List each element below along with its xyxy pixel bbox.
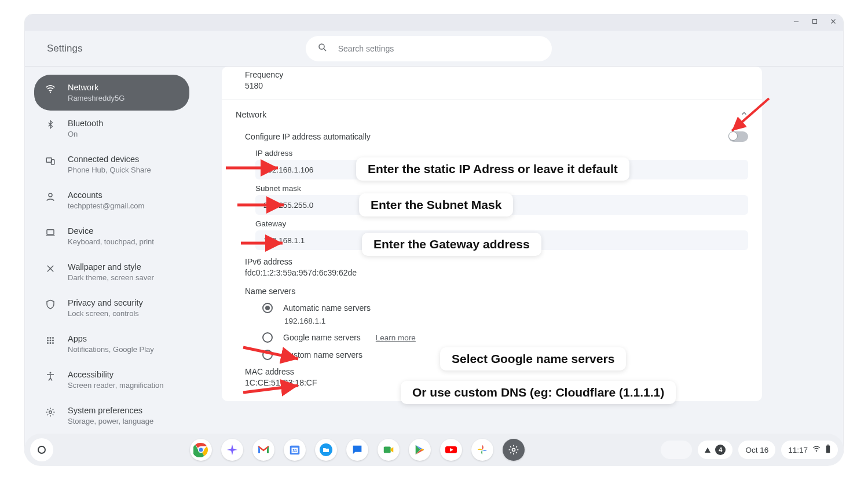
sidebar-item-accessibility[interactable]: AccessibilityScreen reader, magnificatio… — [34, 362, 189, 398]
svg-point-5 — [49, 193, 52, 197]
network-section-header[interactable]: Network — [222, 100, 762, 126]
sidebar-item-sub: techpptest@gmail.com — [68, 201, 144, 210]
sidebar-item-sub: Screen reader, magnification — [68, 381, 163, 390]
sidebar-item-sub: Rameshreddy5G — [68, 94, 124, 102]
maximize-icon[interactable] — [811, 17, 819, 28]
bluetooth-icon — [45, 119, 56, 129]
radio-icon — [262, 303, 273, 313]
sidebar-item-privacy[interactable]: Privacy and securityLock screen, control… — [34, 290, 189, 326]
date-pill[interactable]: Oct 16 — [738, 441, 775, 459]
app-settings[interactable] — [503, 439, 525, 461]
sidebar-item-sub: Notifications, Google Play — [68, 345, 154, 354]
shield-icon — [45, 298, 56, 310]
app-title: Settings — [47, 43, 82, 54]
annotation-arrow — [241, 236, 287, 256]
close-icon[interactable] — [829, 17, 837, 28]
ns-radio-google[interactable]: Google name servers Learn more — [222, 325, 762, 343]
search-icon — [317, 42, 328, 55]
annotation-arrow — [728, 98, 775, 141]
sidebar-item-sub: Lock screen, controls — [68, 309, 143, 318]
svg-rect-35 — [826, 445, 830, 453]
svg-point-7 — [47, 337, 49, 339]
phone-hub-pill[interactable] — [661, 441, 692, 459]
sidebar-item-connected-devices[interactable]: Connected devicesPhone Hub, Quick Share — [34, 146, 189, 182]
sidebar-item-sub: Phone Hub, Quick Share — [68, 166, 151, 174]
annotation-arrow — [237, 198, 290, 218]
svg-point-34 — [816, 451, 817, 452]
annotation-callout: Enter the Gateway address — [362, 233, 541, 256]
sidebar-item-label: Accounts — [68, 190, 144, 200]
caret-up-icon — [705, 447, 710, 453]
network-section-title: Network — [236, 110, 266, 119]
apps-icon — [45, 334, 56, 346]
svg-point-8 — [50, 337, 52, 339]
sidebar-item-label: Bluetooth — [68, 119, 103, 128]
svg-point-17 — [49, 411, 52, 414]
window-titlebar — [25, 14, 843, 31]
accessibility-icon — [45, 370, 56, 381]
name-servers-label: Name servers — [222, 277, 762, 296]
ns-radio-automatic[interactable]: Automatic name servers — [222, 296, 762, 313]
sidebar-item-sub: Storage, power, language — [68, 417, 153, 425]
sidebar-item-label: System preferences — [68, 406, 153, 415]
app-gemini[interactable] — [221, 439, 243, 461]
notification-count: 4 — [715, 445, 726, 455]
gateway-label: Gateway — [255, 219, 748, 228]
launcher-button[interactable] — [30, 438, 53, 461]
annotation-arrow — [243, 375, 307, 401]
ipv6-value: fdc0:1:2:3:59a:957d:6c39:62de — [245, 268, 748, 277]
sidebar-item-sub: Dark theme, screen saver — [68, 273, 154, 282]
app-calendar[interactable]: 31 — [284, 439, 306, 461]
app-photos[interactable] — [471, 439, 493, 461]
devices-icon — [45, 155, 56, 166]
app-files[interactable] — [315, 439, 337, 461]
svg-point-10 — [47, 340, 49, 342]
learn-more-link[interactable]: Learn more — [376, 333, 416, 342]
svg-point-2 — [50, 91, 51, 93]
subnet-label: Subnet mask — [255, 184, 748, 193]
minimize-icon[interactable] — [792, 17, 800, 28]
svg-rect-6 — [47, 230, 54, 234]
sidebar-item-label: Apps — [68, 334, 154, 343]
sidebar-item-label: Privacy and security — [68, 298, 143, 307]
annotation-arrow — [226, 161, 284, 181]
search-input[interactable] — [338, 44, 540, 53]
annotation-callout: Select Google name servers — [440, 347, 626, 370]
svg-rect-0 — [813, 20, 817, 24]
svg-line-21 — [243, 347, 298, 359]
sidebar-item-wallpaper[interactable]: Wallpaper and styleDark theme, screen sa… — [34, 254, 189, 290]
svg-point-11 — [50, 340, 52, 342]
sidebar-item-sub: Keyboard, touchpad, print — [68, 237, 154, 246]
shelf: 31 4 Oct 16 11:17 — [24, 434, 844, 466]
sidebar-item-network[interactable]: NetworkRameshreddy5G — [34, 75, 189, 111]
ns-automatic-value: 192.168.1.1 — [222, 313, 762, 325]
annotation-callout: Enter the Subnet Mask — [359, 193, 513, 217]
svg-point-9 — [52, 337, 54, 339]
sidebar-item-device[interactable]: DeviceKeyboard, touchpad, print — [34, 218, 189, 254]
sidebar-item-system[interactable]: System preferencesStorage, power, langua… — [34, 398, 189, 434]
wifi-status-icon — [812, 445, 821, 455]
ipv6-label: IPv6 address — [245, 257, 748, 266]
app-chrome[interactable] — [190, 439, 212, 461]
sidebar-item-sub: On — [68, 130, 103, 138]
wifi-icon — [45, 83, 56, 94]
app-youtube[interactable] — [440, 439, 462, 461]
auto-ip-label: Configure IP address automatically — [245, 132, 371, 141]
sidebar-item-label: Device — [68, 226, 154, 236]
sidebar-item-accounts[interactable]: Accountstechpptest@gmail.com — [34, 182, 189, 218]
notifications-pill[interactable]: 4 — [698, 441, 733, 459]
app-play-store[interactable] — [409, 439, 431, 461]
annotation-callout: Or use custom DNS (eg: Cloudflare (1.1.1… — [401, 381, 676, 404]
app-gmail[interactable] — [252, 439, 274, 461]
app-meet[interactable] — [378, 439, 400, 461]
status-tray[interactable]: 11:17 — [781, 441, 838, 459]
shelf-date: Oct 16 — [745, 446, 768, 454]
annotation-arrow — [243, 342, 307, 367]
svg-line-22 — [243, 386, 298, 392]
svg-point-26 — [198, 447, 203, 453]
app-messages[interactable] — [346, 439, 368, 461]
sidebar-item-bluetooth[interactable]: BluetoothOn — [34, 111, 189, 146]
sidebar-item-apps[interactable]: AppsNotifications, Google Play — [34, 326, 189, 362]
search-box[interactable] — [306, 36, 552, 61]
sidebar-item-label: Connected devices — [68, 155, 151, 164]
